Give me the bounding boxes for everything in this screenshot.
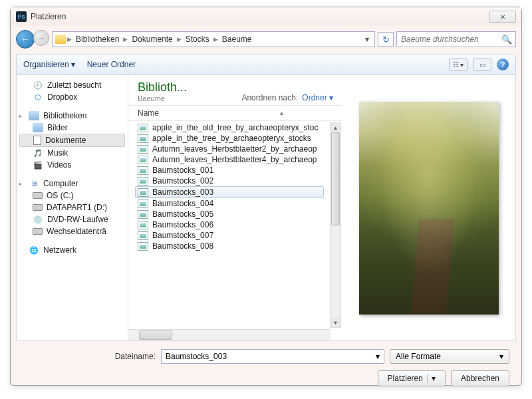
- column-header[interactable]: Name ▲: [128, 106, 342, 121]
- file-name: Baumstocks_002: [152, 176, 213, 186]
- crumb[interactable]: Baeume: [219, 33, 255, 45]
- tree-dropbox[interactable]: ⬡Dropbox: [17, 91, 128, 103]
- image-file-icon: [138, 134, 148, 143]
- toolbar: Organisieren ▾ Neuer Ordner ☷ ▾ ▭ ?: [16, 54, 516, 75]
- address-dropdown[interactable]: ▾: [362, 35, 372, 44]
- expand-icon[interactable]: ▸: [19, 181, 22, 187]
- file-row[interactable]: Baumstocks_001: [128, 165, 342, 176]
- file-name: Baumstocks_003: [152, 188, 213, 197]
- file-row[interactable]: apple_in_the_old_tree_by_archaeopteryx_s…: [128, 122, 342, 133]
- organize-menu[interactable]: Organisieren ▾: [23, 60, 75, 69]
- preview-pane: [342, 75, 515, 340]
- tree-pictures[interactable]: Bilder: [17, 122, 128, 134]
- scroll-down-button[interactable]: ▼: [331, 318, 340, 327]
- crumb[interactable]: Bibliotheken: [73, 33, 122, 45]
- file-name: Baumstocks_005: [152, 209, 213, 219]
- file-row[interactable]: apple_in_the_tree_by_archaeopteryx_stock…: [128, 133, 342, 144]
- image-file-icon: [138, 210, 148, 219]
- address-bar[interactable]: ▶ Bibliotheken ▶ Dokumente ▶ Stocks ▶ Ba…: [52, 31, 375, 47]
- file-row[interactable]: Baumstocks_005: [128, 209, 342, 219]
- tree-music[interactable]: 🎵Musik: [17, 147, 128, 159]
- tree-dvd[interactable]: 💿DVD-RW-Laufwe: [17, 213, 128, 225]
- file-row[interactable]: Autumn_leaves_Herbstblaetter2_by_archaeo…: [128, 144, 342, 154]
- scroll-thumb[interactable]: [139, 331, 172, 340]
- place-button[interactable]: Platzieren▾: [378, 370, 446, 386]
- arrange-by: Anordnen nach: Ordner ▾: [241, 93, 333, 102]
- file-row[interactable]: Autumn_leaves_Herbstblaetter4_by_archaeo…: [128, 154, 342, 165]
- arrange-dropdown[interactable]: Ordner ▾: [302, 93, 333, 102]
- dvd-icon: 💿: [33, 215, 43, 224]
- file-name: Autumn_leaves_Herbstblaetter4_by_archaeo…: [152, 155, 317, 164]
- file-name: Baumstocks_004: [152, 199, 213, 208]
- chevron-down-icon: ▾: [499, 352, 503, 361]
- file-area: Biblioth... Baeume Anordnen nach: Ordner…: [128, 75, 342, 340]
- scroll-thumb[interactable]: [331, 132, 340, 225]
- preview-image: [359, 102, 499, 315]
- expand-icon[interactable]: ▸: [19, 113, 22, 119]
- chevron-down-icon[interactable]: ▾: [427, 374, 436, 383]
- pictures-icon: [33, 123, 43, 132]
- dropbox-icon: ⬡: [33, 92, 43, 102]
- dialog-body: 🕘Zuletzt besucht ⬡Dropbox ▸Bibliotheken …: [16, 75, 516, 341]
- tree-network[interactable]: 🌐Netzwerk: [17, 244, 128, 256]
- vertical-scrollbar[interactable]: ▲ ▼: [330, 122, 341, 328]
- file-name: Autumn_leaves_Herbstblaetter2_by_archaeo…: [152, 144, 317, 154]
- tree-drive-d[interactable]: DATAPART1 (D:): [17, 201, 128, 213]
- search-icon[interactable]: 🔍: [501, 35, 512, 45]
- filename-label: Dateiname:: [23, 352, 156, 361]
- crumb[interactable]: Stocks: [183, 33, 212, 45]
- col-name[interactable]: Name: [138, 108, 159, 118]
- tree-videos[interactable]: 🎬Videos: [17, 159, 128, 171]
- tree-computer[interactable]: ▸🖥Computer: [17, 178, 128, 190]
- image-file-icon: [138, 231, 148, 240]
- tree-removable[interactable]: Wechseldatenträ: [17, 225, 128, 237]
- file-row[interactable]: Baumstocks_007: [128, 230, 342, 241]
- file-row[interactable]: Baumstocks_004: [128, 198, 342, 209]
- image-file-icon: [138, 177, 148, 186]
- cancel-button[interactable]: Abbrechen: [451, 370, 509, 386]
- file-name: apple_in_the_old_tree_by_archaeopteryx_s…: [152, 123, 319, 132]
- crumb[interactable]: Dokumente: [129, 33, 175, 45]
- search-input[interactable]: [401, 35, 501, 44]
- scroll-up-button[interactable]: ▲: [331, 123, 340, 132]
- drive-icon: [33, 192, 43, 199]
- file-row[interactable]: Baumstocks_002: [128, 176, 342, 186]
- new-folder-button[interactable]: Neuer Ordner: [87, 60, 136, 69]
- chevron-right-icon: ▶: [213, 36, 218, 43]
- dialog-footer: Dateiname: Baumstocks_003 ▾ Alle Formate…: [16, 349, 516, 386]
- titlebar[interactable]: Ps Platzieren ✕: [11, 7, 521, 26]
- nav-back-button[interactable]: ←: [16, 30, 35, 49]
- horizontal-scrollbar[interactable]: [128, 329, 331, 340]
- file-list[interactable]: ▲ ▼ apple_in_the_old_tree_by_archaeopter…: [128, 121, 342, 329]
- help-icon[interactable]: ?: [497, 59, 509, 70]
- close-button[interactable]: ✕: [489, 11, 516, 23]
- file-area-header: Biblioth... Baeume Anordnen nach: Ordner…: [128, 75, 342, 106]
- tree-documents[interactable]: Dokumente: [19, 134, 125, 147]
- chevron-down-icon[interactable]: ▾: [376, 352, 380, 361]
- chevron-right-icon: ▶: [177, 36, 182, 43]
- search-box[interactable]: 🔍: [396, 31, 516, 47]
- format-dropdown[interactable]: Alle Formate▾: [390, 349, 509, 364]
- file-name: Baumstocks_008: [152, 241, 213, 251]
- tree-recent[interactable]: 🕘Zuletzt besucht: [17, 79, 128, 91]
- videos-icon: 🎬: [33, 160, 43, 170]
- nav-forward-button[interactable]: →: [33, 30, 49, 46]
- music-icon: 🎵: [33, 148, 43, 158]
- image-file-icon: [138, 166, 148, 175]
- tree-libraries[interactable]: ▸Bibliotheken: [17, 110, 128, 122]
- nav-bar: ← → ▶ Bibliotheken ▶ Dokumente ▶ Stocks …: [16, 29, 516, 50]
- file-row[interactable]: Baumstocks_006: [128, 219, 342, 230]
- file-row[interactable]: Baumstocks_008: [128, 241, 342, 251]
- preview-pane-button[interactable]: ▭: [473, 59, 491, 70]
- window-title: Platzieren: [31, 12, 66, 21]
- view-options-button[interactable]: ☷ ▾: [449, 59, 467, 70]
- refresh-button[interactable]: ↻: [378, 32, 394, 47]
- folder-icon: [55, 35, 66, 44]
- nav-tree[interactable]: 🕘Zuletzt besucht ⬡Dropbox ▸Bibliotheken …: [17, 75, 128, 340]
- image-file-icon: [138, 242, 148, 251]
- filename-input[interactable]: Baumstocks_003 ▾: [161, 349, 384, 364]
- app-icon: Ps: [16, 11, 27, 22]
- tree-drive-c[interactable]: OS (C:): [17, 190, 128, 201]
- image-file-icon: [138, 221, 148, 229]
- file-row[interactable]: Baumstocks_003: [135, 186, 324, 198]
